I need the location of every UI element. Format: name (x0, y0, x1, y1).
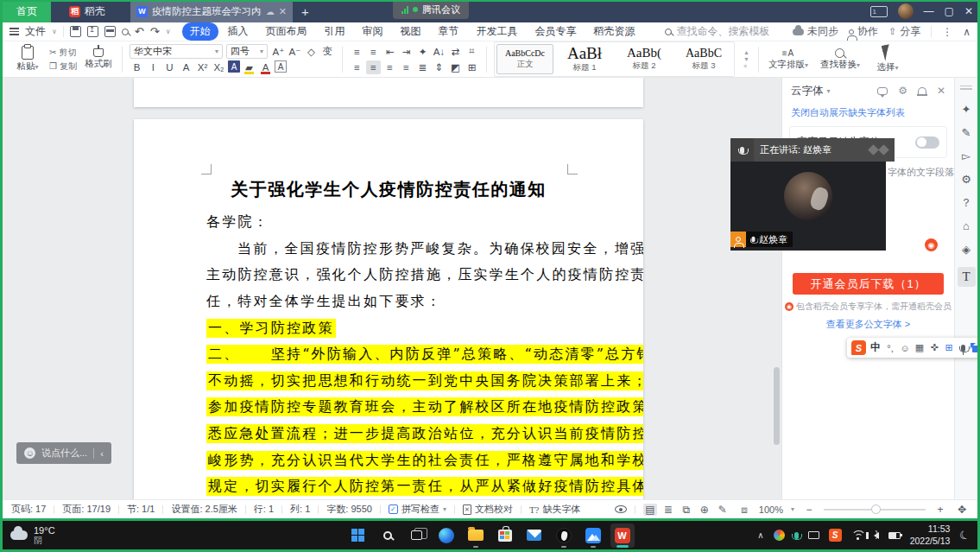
new-tab-button[interactable]: + (301, 4, 309, 19)
text-tool-button[interactable]: T (958, 267, 976, 287)
speaker-icon[interactable] (874, 532, 879, 539)
edit-pen-icon[interactable]: ✎ (962, 127, 971, 138)
char-border-icon[interactable]: A (275, 60, 287, 73)
ime-punctuation-icon[interactable]: °, (885, 343, 895, 353)
highlight-toggle[interactable] (915, 136, 939, 149)
copy-button[interactable]: ❐复制 (49, 60, 77, 73)
asian-layout-icon[interactable]: ✦ (415, 45, 430, 59)
select-cursor-icon[interactable]: ▻ (962, 150, 971, 162)
task-view-button[interactable] (405, 523, 429, 548)
document-page[interactable]: 关于强化学生个人疫情防控责任的通知 各学院：当前，全国疫情防控形势严峻复杂。为确… (134, 119, 643, 499)
tab-document[interactable]: W 疫情防控主题班会学习内容.docx ☁ ✕ (130, 0, 293, 22)
sync-status[interactable]: 未同步 (793, 24, 838, 39)
quick-launch-icon[interactable]: ✦ (962, 104, 971, 115)
increase-indent-icon[interactable]: ⇥ (399, 45, 414, 59)
status-item[interactable]: 行: 1 (254, 503, 274, 516)
hamburger-icon[interactable] (9, 26, 19, 36)
italic-button[interactable]: I (146, 60, 161, 74)
format-painter-button[interactable]: 格式刷 (82, 48, 115, 70)
text-layout-button[interactable]: ≡A 文字排版▾ (766, 48, 811, 71)
status-item[interactable]: 字数: 9550 (326, 503, 372, 516)
tray-app-icon[interactable] (774, 530, 785, 541)
panel-title-caret-icon[interactable]: ▾ (827, 87, 831, 95)
docer-shop-icon[interactable]: ⌂ (963, 220, 970, 232)
mail-button[interactable] (522, 523, 547, 548)
navigate-icon[interactable]: ◈ (962, 244, 971, 255)
download-after-vip-button[interactable]: 开通会员后下载（1） (793, 273, 944, 295)
bold-button[interactable]: B (130, 60, 144, 74)
style-card-标题 2[interactable]: AaBb(标题 2 (616, 44, 673, 74)
text-direction-icon[interactable]: ⇄ (448, 45, 463, 59)
find-replace-button[interactable]: 查找替换▾ (818, 48, 863, 71)
document-canvas[interactable]: 关于强化学生个人疫情防控责任的通知 各学院：当前，全国疫情防控形势严峻复杂。为确… (3, 78, 781, 499)
collapse-ribbon-icon[interactable]: ∧ (963, 26, 971, 38)
sogou-logo-icon[interactable]: S (851, 340, 866, 355)
meeting-overlay[interactable]: 正在讲话: 赵焕章 赵焕章 (730, 138, 895, 251)
minimize-button[interactable]: — (924, 5, 934, 17)
quickbar-more-icon[interactable]: ∨ (166, 28, 171, 35)
shading-icon[interactable]: ◩ (448, 60, 463, 74)
adjust-settings-icon[interactable]: ⚙ (961, 174, 971, 185)
status-item[interactable]: 列: 1 (290, 503, 310, 516)
ink-mode-icon[interactable]: ✎ (716, 504, 730, 516)
zoom-slider[interactable] (824, 509, 926, 511)
undo-button[interactable]: ↶ (135, 25, 144, 38)
meeting-chat-pill[interactable]: ☺ 说点什么... ‹ (16, 442, 111, 464)
ime-emoji-icon[interactable]: ☺ (900, 343, 910, 353)
bell-icon[interactable] (918, 87, 926, 95)
menu-tab-稻壳资源[interactable]: 稻壳资源 (586, 22, 643, 41)
ime-voice-icon[interactable] (961, 345, 965, 352)
clear-format-icon[interactable]: ◇ (304, 45, 319, 59)
close-missing-font-list-link[interactable]: 关闭自动展示缺失字体列表 (782, 104, 954, 124)
command-search[interactable]: 查找命令、搜索模板 (665, 24, 770, 39)
wifi-icon[interactable] (851, 530, 864, 540)
tab-marks-icon[interactable]: ⌗ (465, 45, 479, 59)
wps-office-button[interactable]: W (610, 523, 635, 548)
paste-button[interactable]: 粘贴▾ (11, 46, 44, 73)
close-button[interactable]: ✕ (964, 5, 973, 17)
drag-handle-icon[interactable] (960, 84, 972, 92)
hidden-icons-chevron[interactable]: ∧ (757, 530, 763, 540)
underline-button[interactable]: U (162, 60, 177, 74)
collaborate-button[interactable]: 协作 (849, 24, 878, 39)
bullets-icon[interactable]: ≡ (350, 45, 364, 59)
document-proofing-button[interactable]: ✕ 文档校对 (463, 503, 513, 516)
menu-tab-审阅[interactable]: 审阅 (355, 22, 391, 41)
redo-button[interactable]: ↷ (150, 25, 160, 38)
highlight-color-icon[interactable]: ▰ (242, 60, 256, 74)
align-right-icon[interactable]: ≡ (383, 60, 397, 74)
export-button[interactable] (87, 26, 98, 37)
eye-protection-icon[interactable] (615, 505, 627, 513)
gear-icon[interactable]: ⚙ (898, 85, 907, 97)
tab-list-icon[interactable]: 1 (870, 6, 888, 17)
style-card-正文[interactable]: AaBbCcDc正文 (496, 44, 553, 74)
ime-skin-icon[interactable] (972, 346, 980, 352)
more-menu-icon[interactable]: ⋮ (942, 26, 952, 38)
status-item[interactable]: 节: 1/1 (127, 503, 155, 516)
ime-menu-icon[interactable]: ⊞ (944, 342, 954, 353)
menu-tab-章节[interactable]: 章节 (431, 22, 467, 41)
participant-video[interactable]: 赵焕章 (730, 162, 886, 251)
numbering-icon[interactable]: ≡ (366, 45, 381, 59)
cut-button[interactable]: ✂剪切 (49, 47, 77, 59)
help-icon[interactable]: ？ (961, 197, 972, 208)
justify-icon[interactable]: ≡ (399, 60, 414, 74)
style-card-标题 3[interactable]: AaBbC标题 3 (675, 44, 732, 74)
web-view-icon[interactable]: ⊕ (698, 504, 711, 516)
status-item[interactable]: 设置值: 2.5厘米 (171, 503, 237, 516)
share-button[interactable]: ⇧分享 (888, 24, 920, 39)
status-item[interactable]: 页面: 17/19 (62, 503, 111, 516)
font-name-select[interactable]: 华文中宋▾ (130, 44, 223, 59)
menu-tab-插入[interactable]: 插入 (220, 22, 256, 41)
zoom-out-button[interactable]: − (802, 504, 816, 516)
align-left-icon[interactable]: ≡ (350, 60, 364, 74)
close-document-icon[interactable]: ✕ (279, 6, 287, 17)
menu-tab-开始[interactable]: 开始 (182, 22, 218, 41)
zoom-slider-knob[interactable] (871, 504, 881, 514)
zoom-level[interactable]: 100% (759, 504, 783, 515)
missing-fonts-button[interactable]: T? 缺失字体 (529, 503, 581, 516)
select-button[interactable]: 选择▾ (869, 45, 906, 73)
emoji-icon[interactable]: ☺ (24, 447, 35, 459)
ime-keyboard-icon[interactable]: ▦ (914, 342, 925, 353)
style-card-标题 1[interactable]: AaBł标题 1 (556, 44, 613, 74)
